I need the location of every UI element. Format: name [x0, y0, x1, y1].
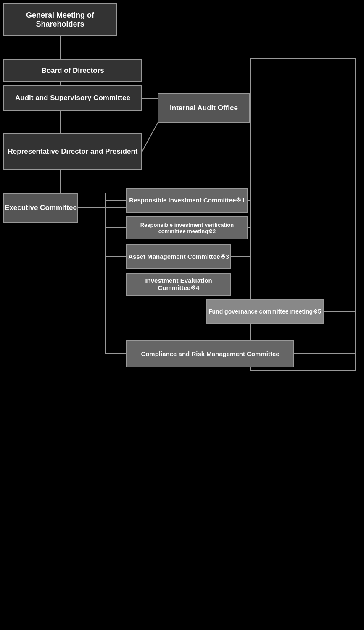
asset-management-committee-box: Asset Management Committee※3: [126, 244, 231, 269]
general-meeting-label: General Meeting of Shareholders: [4, 11, 116, 29]
investment-evaluation-committee-box: Investment Evaluation Committee※4: [126, 273, 231, 296]
fund-governance-committee-box: Fund governance committee meeting※5: [206, 299, 324, 324]
representative-director-label: Representative Director and President: [8, 147, 138, 156]
board-of-directors-box: Board of Directors: [3, 59, 142, 82]
compliance-risk-management-label: Compliance and Risk Management Committee: [141, 350, 279, 357]
executive-committee-box: Executive Committee: [3, 193, 78, 223]
internal-audit-label: Internal Audit Office: [170, 104, 238, 112]
general-meeting-box: General Meeting of Shareholders: [3, 3, 117, 36]
representative-director-box: Representative Director and President: [3, 133, 142, 170]
executive-committee-label: Executive Committee: [5, 204, 77, 212]
internal-audit-box: Internal Audit Office: [158, 93, 250, 123]
asset-management-committee-label: Asset Management Committee※3: [128, 253, 229, 261]
svg-line-13: [142, 123, 158, 152]
responsible-investment-committee-box: Responsible Investment Committee※1: [126, 188, 248, 213]
responsible-investment-committee-label: Responsible Investment Committee※1: [129, 197, 245, 204]
compliance-risk-management-box: Compliance and Risk Management Committee: [126, 340, 294, 367]
board-of-directors-label: Board of Directors: [41, 66, 104, 75]
responsible-investment-verification-box: Responsible investment verification comm…: [126, 216, 248, 239]
fund-governance-committee-label: Fund governance committee meeting※5: [208, 308, 321, 315]
audit-supervisory-box: Audit and Supervisory Committee: [3, 85, 142, 111]
investment-evaluation-committee-label: Investment Evaluation Committee※4: [127, 277, 230, 292]
responsible-investment-verification-label: Responsible investment verification comm…: [127, 222, 247, 234]
audit-supervisory-label: Audit and Supervisory Committee: [15, 94, 130, 102]
